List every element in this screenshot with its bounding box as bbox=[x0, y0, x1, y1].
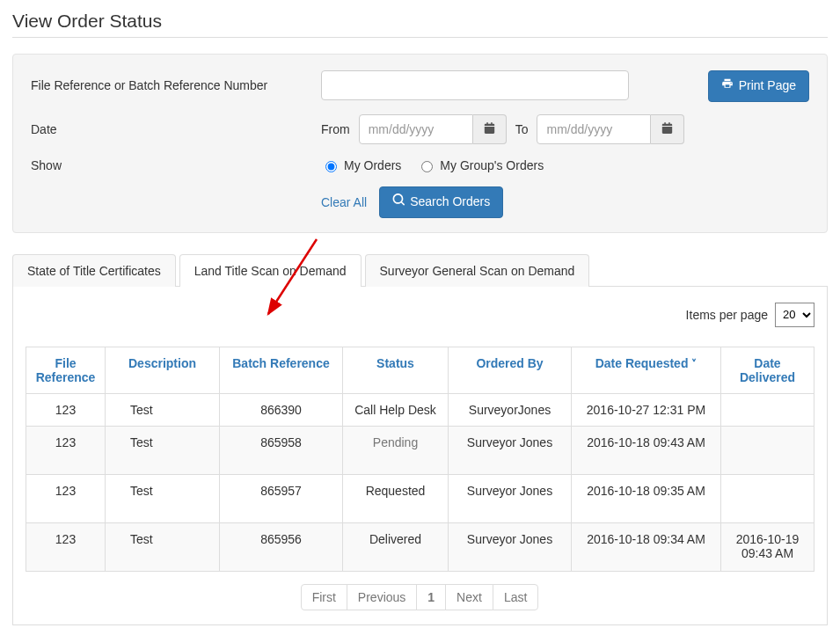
tab-state-of-title[interactable]: State of Title Certificates bbox=[12, 254, 176, 287]
sort-desc-icon: ˅ bbox=[691, 358, 697, 370]
radio-group-orders-label: My Group's Orders bbox=[440, 158, 544, 172]
radio-my-orders[interactable]: My Orders bbox=[321, 158, 401, 172]
cell-date-del bbox=[721, 426, 814, 474]
date-from-picker-button[interactable] bbox=[473, 114, 507, 144]
cell-file-ref: 123 bbox=[26, 426, 106, 474]
file-ref-label: File Reference or Batch Reference Number bbox=[31, 78, 321, 92]
col-file-reference[interactable]: File Reference bbox=[26, 347, 106, 393]
pager: First Previous 1 Next Last bbox=[26, 584, 814, 610]
print-page-button[interactable]: Print Page bbox=[708, 70, 809, 102]
cell-status: Requested bbox=[343, 474, 449, 522]
cell-date-req: 2016-10-27 12:31 PM bbox=[572, 393, 721, 426]
cell-date-del bbox=[721, 393, 814, 426]
items-per-page-label: Items per page bbox=[686, 308, 768, 322]
cell-date-del bbox=[721, 474, 814, 522]
orders-table: File Reference Description Batch Referen… bbox=[26, 347, 814, 572]
pager-first[interactable]: First bbox=[301, 584, 347, 610]
cell-batch: 865957 bbox=[220, 474, 343, 522]
radio-my-orders-label: My Orders bbox=[344, 158, 401, 172]
cell-desc: Test bbox=[106, 393, 220, 426]
cell-file-ref: 123 bbox=[26, 393, 106, 426]
table-row: 123 Test 865958 Pending Surveyor Jones 2… bbox=[26, 426, 814, 474]
col-ordered-by[interactable]: Ordered By bbox=[449, 347, 572, 393]
date-to-input[interactable] bbox=[537, 114, 651, 144]
cell-status: Call Help Desk bbox=[343, 393, 449, 426]
cell-batch: 865956 bbox=[220, 522, 343, 571]
cell-file-ref: 123 bbox=[26, 474, 106, 522]
table-row: 123 Test 866390 Call Help Desk SurveyorJ… bbox=[26, 393, 814, 426]
cell-date-del: 2016-10-19 09:43 AM bbox=[721, 522, 814, 571]
col-date-requested-label: Date Requested bbox=[595, 356, 689, 370]
col-date-requested[interactable]: Date Requested ˅ bbox=[572, 347, 721, 393]
search-orders-label: Search Orders bbox=[410, 194, 490, 211]
pager-prev[interactable]: Previous bbox=[347, 584, 417, 610]
cell-ordered-by: Surveyor Jones bbox=[449, 474, 572, 522]
pager-current-page[interactable]: 1 bbox=[416, 584, 446, 610]
cell-batch: 865958 bbox=[220, 426, 343, 474]
cell-desc: Test bbox=[106, 474, 220, 522]
filter-panel: Print Page File Reference or Batch Refer… bbox=[12, 54, 828, 233]
search-icon bbox=[392, 194, 405, 211]
cell-date-req: 2016-10-18 09:43 AM bbox=[572, 426, 721, 474]
title-rule bbox=[12, 37, 828, 38]
date-to-group bbox=[537, 114, 684, 144]
clear-all-link[interactable]: Clear All bbox=[321, 195, 367, 209]
cell-desc: Test bbox=[106, 522, 220, 571]
cell-date-req: 2016-10-18 09:35 AM bbox=[572, 474, 721, 522]
cell-file-ref: 123 bbox=[26, 522, 106, 571]
cell-ordered-by: SurveyorJones bbox=[449, 393, 572, 426]
print-page-label: Print Page bbox=[739, 77, 796, 95]
cell-date-req: 2016-10-18 09:34 AM bbox=[572, 522, 721, 571]
radio-group-orders-input[interactable] bbox=[421, 161, 433, 172]
to-label: To bbox=[515, 122, 529, 136]
items-per-page-select[interactable]: 20 bbox=[775, 303, 814, 327]
cell-batch: 866390 bbox=[220, 393, 343, 426]
cell-ordered-by: Surveyor Jones bbox=[449, 426, 572, 474]
cell-status: Pending bbox=[343, 426, 449, 474]
print-icon bbox=[721, 77, 734, 95]
search-orders-button[interactable]: Search Orders bbox=[379, 186, 503, 218]
show-label: Show bbox=[31, 158, 321, 172]
col-date-delivered[interactable]: Date Delivered bbox=[721, 347, 814, 393]
page-title: View Order Status bbox=[12, 11, 828, 32]
col-batch-reference[interactable]: Batch Reference bbox=[220, 347, 343, 393]
tab-panel: Items per page 20 File Reference Descrip… bbox=[12, 287, 828, 625]
cell-ordered-by: Surveyor Jones bbox=[449, 522, 572, 571]
from-label: From bbox=[321, 122, 350, 136]
date-from-group bbox=[359, 114, 507, 144]
date-from-input[interactable] bbox=[359, 114, 473, 144]
date-label: Date bbox=[31, 122, 321, 136]
pager-last[interactable]: Last bbox=[493, 584, 538, 610]
col-description[interactable]: Description bbox=[106, 347, 220, 393]
tab-land-title-scan[interactable]: Land Title Scan on Demand bbox=[179, 254, 362, 287]
calendar-icon bbox=[484, 122, 495, 136]
table-row: 123 Test 865957 Requested Surveyor Jones… bbox=[26, 474, 814, 522]
date-to-picker-button[interactable] bbox=[651, 114, 684, 144]
calendar-icon bbox=[661, 122, 673, 136]
pager-next[interactable]: Next bbox=[445, 584, 493, 610]
radio-group-orders[interactable]: My Group's Orders bbox=[417, 158, 544, 172]
tabs: State of Title Certificates Land Title S… bbox=[12, 254, 828, 287]
cell-status: Delivered bbox=[343, 522, 449, 571]
cell-desc: Test bbox=[106, 426, 220, 474]
radio-my-orders-input[interactable] bbox=[325, 161, 337, 172]
table-row: 123 Test 865956 Delivered Surveyor Jones… bbox=[26, 522, 814, 571]
file-ref-input[interactable] bbox=[321, 70, 629, 100]
tab-surveyor-general-scan[interactable]: Surveyor General Scan on Demand bbox=[365, 254, 590, 287]
col-status[interactable]: Status bbox=[343, 347, 449, 393]
